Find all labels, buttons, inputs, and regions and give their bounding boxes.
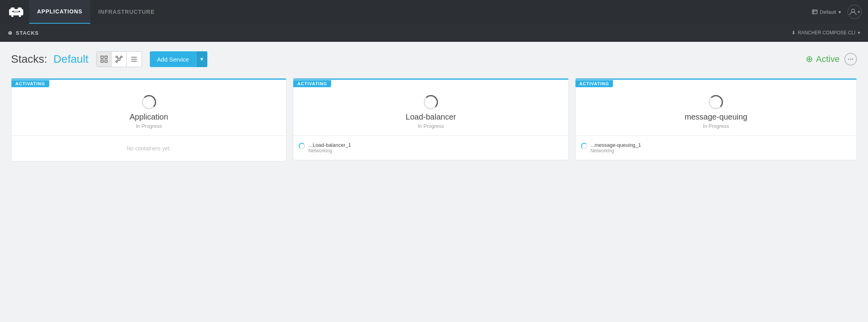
status-menu-button[interactable] bbox=[844, 53, 857, 66]
svg-line-21 bbox=[120, 58, 121, 58]
header-right: ⊕ Active bbox=[806, 53, 857, 66]
svg-rect-12 bbox=[101, 56, 103, 58]
svg-point-28 bbox=[852, 59, 853, 60]
svg-point-4 bbox=[19, 11, 20, 12]
environment-selector[interactable]: Default ▾ bbox=[812, 9, 841, 15]
card-footer-load-balancer: ...Load-balancer_1 Networking bbox=[293, 135, 568, 160]
graph-view-toggle[interactable] bbox=[112, 52, 127, 67]
add-service-dropdown[interactable]: ▾ bbox=[196, 51, 207, 67]
svg-rect-2 bbox=[18, 7, 22, 11]
list-view-toggle[interactable] bbox=[127, 52, 142, 67]
svg-line-22 bbox=[117, 60, 118, 61]
card-footer-message-queuing: ...message-queuing_1 Networking bbox=[576, 135, 857, 160]
rancher-compose-cli[interactable]: ⬇ RANCHER COMPOSE CLI ▾ bbox=[792, 30, 860, 36]
card-footer-application: No containers yet. bbox=[11, 135, 286, 161]
status-globe-icon: ⊕ bbox=[806, 54, 813, 64]
container-spinner-icon bbox=[299, 143, 305, 149]
card-header-application: ACTIVATING bbox=[11, 79, 286, 87]
activating-badge: ACTIVATING bbox=[576, 80, 613, 87]
card-body-message-queuing: message-queuing In Progress bbox=[576, 87, 857, 135]
loading-spinner bbox=[18, 95, 280, 109]
sub-navigation: ⊕ STACKS ⬇ RANCHER COMPOSE CLI ▾ bbox=[0, 24, 868, 42]
loading-spinner bbox=[582, 95, 850, 109]
nav-items: APPLICATIONS INFRASTRUCTURE bbox=[29, 0, 812, 24]
service-card-message-queuing: ACTIVATING message-queuing In Progress .… bbox=[575, 78, 857, 160]
nav-right: Default ▾ ▾ bbox=[812, 5, 862, 19]
card-body-application: Application In Progress bbox=[11, 87, 286, 135]
svg-rect-1 bbox=[11, 7, 15, 11]
nav-applications[interactable]: APPLICATIONS bbox=[29, 0, 90, 24]
svg-rect-5 bbox=[14, 11, 19, 13]
svg-rect-15 bbox=[105, 60, 107, 62]
add-service-button[interactable]: Add Service ▾ bbox=[150, 51, 207, 67]
svg-point-26 bbox=[848, 59, 849, 60]
svg-point-3 bbox=[12, 11, 14, 12]
activating-badge: ACTIVATING bbox=[11, 80, 49, 87]
svg-point-19 bbox=[116, 61, 117, 62]
top-navigation: APPLICATIONS INFRASTRUCTURE Default ▾ ▾ bbox=[0, 0, 868, 24]
service-card-application: ACTIVATING Application In Progress No co… bbox=[11, 78, 287, 161]
svg-rect-13 bbox=[105, 56, 107, 58]
svg-point-27 bbox=[850, 59, 851, 60]
svg-point-18 bbox=[121, 56, 122, 58]
loading-spinner bbox=[300, 95, 562, 109]
grid-view-toggle[interactable] bbox=[97, 52, 112, 67]
cards-grid: ACTIVATING Application In Progress No co… bbox=[11, 78, 857, 161]
svg-rect-14 bbox=[101, 60, 103, 62]
svg-rect-8 bbox=[812, 10, 817, 14]
stacks-title: ⊕ STACKS bbox=[8, 30, 39, 36]
container-spinner-icon bbox=[581, 143, 587, 149]
card-header-load-balancer: ACTIVATING bbox=[293, 79, 568, 87]
svg-point-17 bbox=[116, 56, 117, 58]
svg-rect-7 bbox=[19, 15, 21, 17]
user-avatar[interactable]: ▾ bbox=[848, 5, 862, 19]
activating-badge: ACTIVATING bbox=[293, 80, 331, 87]
svg-rect-6 bbox=[11, 15, 13, 17]
svg-point-11 bbox=[851, 9, 855, 12]
svg-line-20 bbox=[117, 58, 118, 58]
service-card-load-balancer: ACTIVATING Load-balancer In Progress ...… bbox=[293, 78, 568, 160]
status-indicator: ⊕ Active bbox=[806, 54, 840, 64]
view-toggles bbox=[96, 51, 142, 67]
container-item[interactable]: ...Load-balancer_1 Networking bbox=[299, 140, 563, 156]
page-title: Stacks: Default bbox=[11, 53, 88, 66]
main-content: Stacks: Default bbox=[0, 42, 868, 322]
globe-icon: ⊕ bbox=[8, 30, 13, 36]
card-header-message-queuing: ACTIVATING bbox=[576, 79, 857, 87]
card-body-load-balancer: Load-balancer In Progress bbox=[293, 87, 568, 135]
container-item[interactable]: ...message-queuing_1 Networking bbox=[581, 140, 851, 156]
nav-infrastructure[interactable]: INFRASTRUCTURE bbox=[90, 0, 162, 24]
page-header: Stacks: Default bbox=[11, 51, 857, 67]
logo bbox=[6, 4, 26, 20]
